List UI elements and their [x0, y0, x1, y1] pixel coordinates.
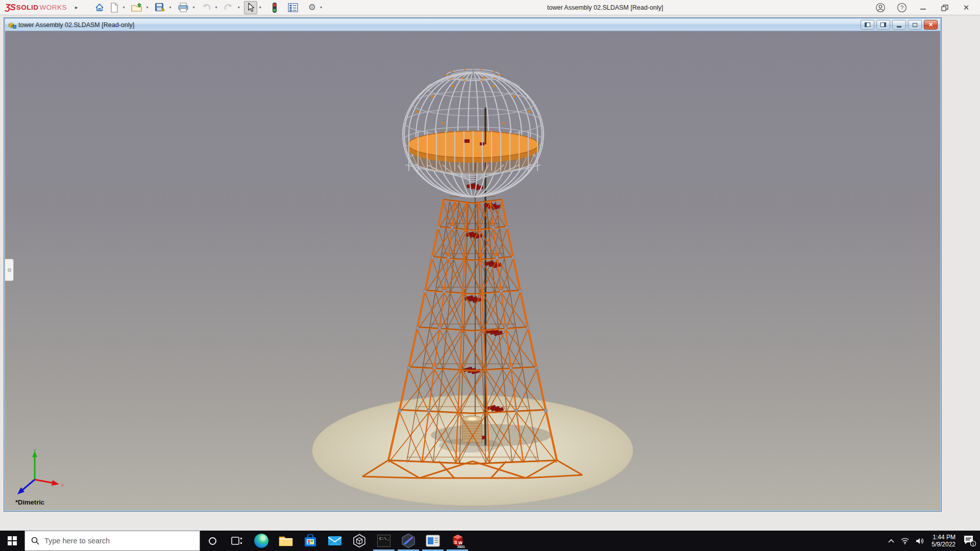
taskbar-clock[interactable]: 1:44 PM 5/9/2022: [927, 534, 960, 548]
taskbar-app-mail[interactable]: [323, 531, 347, 551]
pane-left-icon: [865, 22, 870, 27]
open-icon: [131, 3, 142, 13]
app-titlebar: ƷS SOLIDWORKS ▸ ▾ ▾ ! ▾ ▾ ▾ ▾ ▾: [0, 0, 980, 15]
traffic-light-icon: [272, 2, 278, 13]
new-document-dropdown[interactable]: ▾: [122, 5, 126, 10]
view-orientation-label: *Dimetric: [15, 498, 44, 506]
solidworks-logo-glyph: ƷS: [5, 3, 15, 13]
assembly-icon: [8, 21, 16, 29]
restore-icon: [941, 5, 948, 11]
redo-icon: [224, 3, 234, 12]
home-icon: [94, 3, 105, 13]
print-icon: [178, 3, 189, 13]
orientation-triad: Y x: [11, 448, 67, 497]
doc-minimize-button[interactable]: [892, 20, 906, 30]
volume-button[interactable]: [912, 531, 927, 551]
close-icon: ✕: [928, 21, 933, 28]
doc-maximize-button[interactable]: [908, 20, 922, 30]
close-button[interactable]: ✕: [955, 0, 977, 15]
select-dropdown[interactable]: ▾: [258, 5, 262, 10]
action-center-icon: 1: [963, 535, 976, 547]
help-icon: ?: [897, 3, 907, 13]
redo-dropdown[interactable]: ▾: [237, 5, 241, 10]
taskbar-app-microsoft-store[interactable]: [298, 531, 323, 551]
task-view-button[interactable]: [225, 531, 249, 551]
taskbar-app-file-explorer[interactable]: [274, 531, 298, 551]
start-button[interactable]: [0, 531, 24, 551]
wifi-icon: [900, 537, 910, 544]
svg-text:S: S: [454, 540, 457, 545]
list-button[interactable]: [286, 1, 300, 14]
featuremanager-collapsed-tab[interactable]: [5, 259, 14, 281]
taskbar-app-edge[interactable]: [249, 531, 274, 551]
options-button[interactable]: ⚙: [306, 1, 318, 14]
speaker-icon: [916, 537, 924, 545]
save-button[interactable]: !: [153, 1, 167, 14]
3d-viewer-icon: [352, 534, 366, 548]
maximize-button[interactable]: [934, 0, 955, 15]
new-document-button[interactable]: [108, 1, 121, 14]
redo-button[interactable]: [222, 1, 236, 14]
traffic-light-button[interactable]: [270, 1, 280, 14]
select-arrow-icon: [246, 3, 255, 13]
taskbar-app-solidworks-2021[interactable]: S W 2021: [445, 531, 470, 551]
save-icon: !: [155, 3, 165, 13]
minimize-icon: [897, 26, 901, 28]
tray-expand-button[interactable]: [885, 531, 898, 551]
clock-time: 1:44 PM: [932, 534, 955, 541]
maximize-icon: [913, 23, 917, 27]
undo-dropdown[interactable]: ▾: [214, 5, 218, 10]
windows-taskbar: C:\_ S W 2021 1:44 PM 5/9/20: [0, 531, 980, 551]
wifi-button[interactable]: [898, 531, 912, 551]
triad-x-label: x: [61, 482, 64, 488]
solidworks-2021-icon: S W 2021: [450, 533, 465, 548]
doc-close-button[interactable]: ✕: [924, 20, 938, 30]
taskbar-app-blue-window-app[interactable]: [421, 531, 445, 551]
undo-icon: [201, 3, 211, 12]
command-prompt-icon: C:\_: [377, 535, 390, 547]
list-icon: [288, 3, 298, 12]
save-dropdown[interactable]: ▾: [168, 5, 173, 10]
document-titlebar[interactable]: tower Assembly 02.SLDASM [Read-only] ✕: [5, 19, 940, 31]
microsoft-store-icon: [304, 534, 317, 547]
svg-text:!: !: [162, 8, 163, 11]
svg-text:2021: 2021: [457, 545, 465, 548]
app-title: tower Assembly 02.SLDASM [Read-only]: [547, 0, 663, 15]
paint-3d-icon: [401, 533, 416, 548]
print-button[interactable]: [176, 1, 191, 14]
pane-left-button[interactable]: [861, 20, 874, 30]
account-button[interactable]: [870, 0, 891, 15]
minimize-button[interactable]: [913, 0, 934, 15]
open-button[interactable]: [129, 1, 144, 14]
mail-icon: [328, 535, 342, 546]
pane-right-button[interactable]: [876, 20, 890, 30]
cortana-icon: [209, 537, 216, 545]
taskbar-app-3d-viewer[interactable]: [347, 531, 372, 551]
print-dropdown[interactable]: ▾: [192, 5, 196, 10]
new-document-icon: [110, 3, 119, 13]
taskbar-app-paint-3d[interactable]: [396, 531, 421, 551]
taskbar-app-command-prompt[interactable]: C:\_: [372, 531, 396, 551]
open-dropdown[interactable]: ▾: [145, 5, 150, 10]
help-button[interactable]: ?: [891, 0, 913, 15]
triad-y-label: Y: [33, 448, 36, 453]
options-dropdown[interactable]: ▾: [319, 5, 323, 10]
search-input[interactable]: [44, 537, 187, 545]
account-icon: [875, 3, 886, 13]
undo-button[interactable]: [199, 1, 213, 14]
graphics-viewport[interactable]: Y x *Dimetric: [5, 31, 940, 510]
home-button[interactable]: [92, 1, 107, 14]
tower-assembly-model: [5, 31, 940, 510]
notification-badge: 1: [972, 542, 974, 546]
menu-expand-icon[interactable]: ▸: [75, 4, 78, 11]
clock-date: 5/9/2022: [932, 541, 955, 548]
task-view-icon: [231, 536, 242, 545]
chevron-up-icon: [888, 539, 894, 543]
svg-text:?: ?: [900, 5, 903, 11]
action-center-button[interactable]: 1: [960, 531, 980, 551]
cortana-button[interactable]: [200, 531, 225, 551]
document-window: tower Assembly 02.SLDASM [Read-only] ✕ Y…: [4, 18, 941, 511]
select-button[interactable]: [244, 1, 257, 14]
taskbar-search[interactable]: [24, 531, 200, 551]
blue-window-app-icon: [426, 535, 440, 547]
